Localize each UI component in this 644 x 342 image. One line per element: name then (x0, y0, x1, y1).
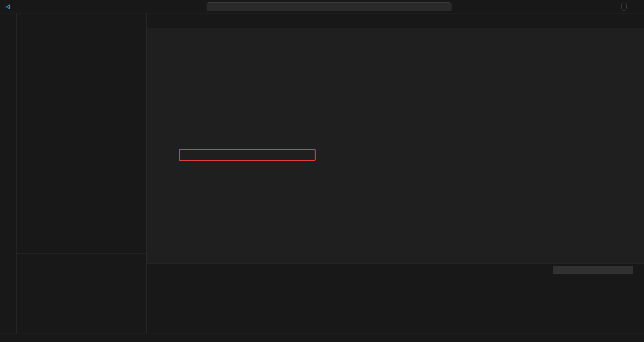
vscode-logo (5, 4, 11, 10)
command-center-search[interactable] (207, 2, 451, 11)
breadcrumb (147, 29, 644, 38)
panel-tab-bar (147, 264, 644, 276)
annotation-red-box (179, 149, 316, 161)
sidebar-header (17, 13, 146, 30)
code-editor[interactable] (147, 38, 644, 264)
sidebar-cmake (17, 13, 147, 334)
forward-icon[interactable] (198, 5, 201, 8)
editor-actions (639, 13, 644, 28)
tab-bar (147, 13, 644, 29)
title-bar (0, 0, 644, 13)
vscode-window (0, 0, 644, 342)
status-bar (0, 334, 644, 342)
copilot-chat-button[interactable] (621, 3, 627, 11)
minimap[interactable] (588, 38, 638, 264)
problems-filter[interactable] (553, 266, 633, 274)
activity-bar (0, 13, 17, 334)
problems-filter-input[interactable] (553, 266, 633, 274)
sidebar-item-bookmarks[interactable] (17, 253, 146, 264)
back-icon[interactable] (193, 5, 195, 8)
overview-ruler[interactable] (639, 38, 644, 264)
editor-group (147, 13, 644, 334)
bottom-panel (147, 264, 644, 334)
problems-list (147, 276, 644, 334)
